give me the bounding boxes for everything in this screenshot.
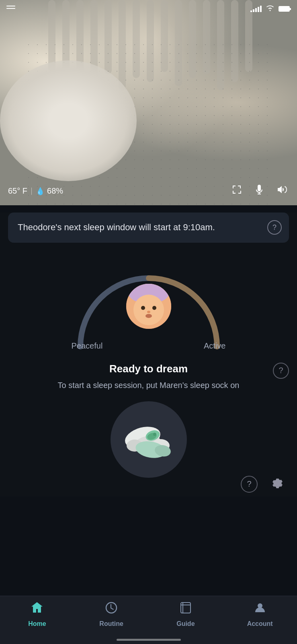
guide-nav-icon (179, 601, 193, 618)
svg-point-2 (133, 295, 164, 325)
svg-point-5 (147, 311, 150, 313)
nav-item-routine[interactable]: Routine (74, 601, 149, 627)
svg-point-4 (152, 306, 156, 310)
camera-background (0, 0, 297, 205)
sleep-window-help-button[interactable]: ? (267, 220, 282, 235)
ready-help-button[interactable]: ? (273, 363, 289, 379)
camera-right-controls (231, 184, 289, 198)
humidity-icon: 💧 (36, 187, 45, 196)
home-indicator (117, 639, 181, 641)
humidity-value: 68% (47, 186, 63, 196)
temp-humidity: 65° F 💧 68% (8, 186, 63, 196)
ready-title: Ready to dream (109, 363, 188, 375)
baby-face-svg (126, 284, 171, 329)
main-content: Theodore's next sleep window will start … (0, 213, 297, 497)
routine-nav-icon (104, 601, 118, 618)
sleep-window-card: Theodore's next sleep window will start … (8, 213, 289, 243)
volume-icon[interactable] (276, 184, 289, 198)
microphone-icon[interactable] (254, 184, 265, 198)
activity-meter: Peaceful Active (0, 250, 297, 359)
camera-feed: 65° F 💧 68% (0, 0, 297, 205)
account-nav-icon (253, 601, 267, 618)
arc-container: Peaceful Active (64, 258, 233, 355)
baby-shape (0, 60, 137, 181)
ready-section: Ready to dream To start a sleep session,… (0, 359, 297, 395)
home-nav-label: Home (28, 620, 46, 627)
status-bar (250, 5, 290, 13)
sleep-sock-image (111, 401, 187, 478)
ready-subtitle: To start a sleep session, put Maren's sl… (58, 379, 240, 391)
menu-icon[interactable] (6, 6, 15, 9)
guide-nav-label: Guide (176, 620, 195, 627)
nav-item-home[interactable]: Home (0, 601, 74, 627)
svg-rect-17 (181, 603, 190, 613)
nav-item-guide[interactable]: Guide (149, 601, 223, 627)
home-nav-icon (30, 601, 44, 618)
settings-button[interactable] (269, 476, 286, 493)
bottom-help-button[interactable]: ? (241, 476, 258, 493)
bottom-nav: Home Routine Guide Account (0, 596, 297, 644)
peaceful-label: Peaceful (72, 341, 103, 351)
camera-controls: 65° F 💧 68% (0, 184, 297, 198)
active-label: Active (204, 341, 225, 351)
fullscreen-icon[interactable] (231, 184, 242, 198)
account-nav-label: Account (247, 620, 273, 627)
sock-svg (117, 415, 181, 464)
svg-point-13 (153, 433, 156, 436)
baby-avatar (125, 282, 173, 330)
battery-icon (279, 6, 290, 12)
wifi-icon (266, 5, 274, 13)
signal-icon (250, 6, 262, 12)
sleep-window-text: Theodore's next sleep window will start … (18, 221, 265, 234)
temperature-value: 65° F (8, 186, 27, 196)
baby-avatar-inner (126, 284, 171, 329)
svg-point-3 (141, 306, 145, 310)
routine-nav-label: Routine (99, 620, 123, 627)
bottom-controls: ? (0, 476, 297, 497)
nav-item-account[interactable]: Account (223, 601, 297, 627)
svg-point-6 (145, 314, 152, 318)
sock-area (0, 395, 297, 476)
